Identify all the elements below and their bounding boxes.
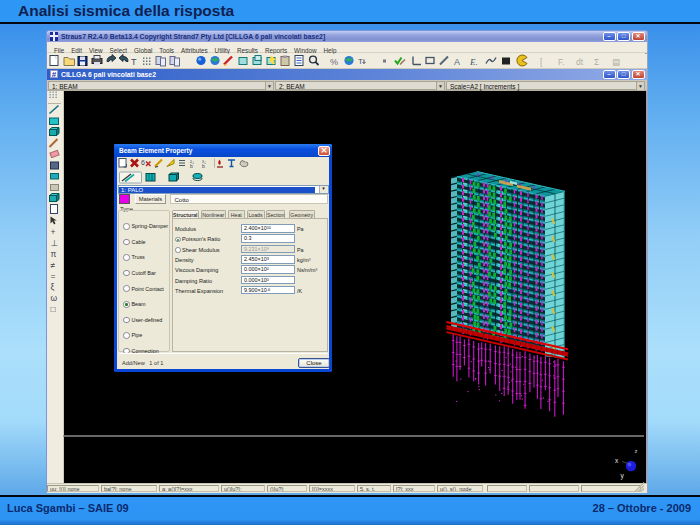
svg-text:b: b	[190, 163, 193, 169]
svg-text:6: 6	[141, 159, 145, 166]
svg-text:b: b	[202, 163, 205, 169]
